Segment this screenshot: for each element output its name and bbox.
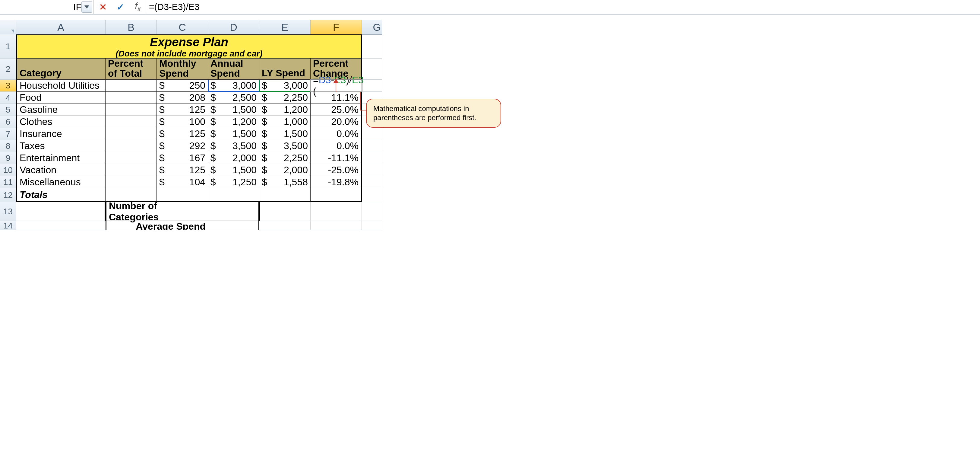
row-number[interactable]: 9 — [0, 152, 16, 164]
cell-category[interactable]: Miscellaneous — [16, 176, 105, 188]
cell-annual[interactable]: $2,000 — [208, 152, 259, 164]
cell-percent-total[interactable] — [105, 92, 157, 104]
cell-annual[interactable]: $1,200 — [208, 116, 259, 128]
row-number[interactable]: 7 — [0, 128, 16, 140]
row-number[interactable]: 11 — [0, 176, 16, 188]
cell-g[interactable] — [362, 176, 382, 188]
header-monthly[interactable]: Monthly Spend — [157, 59, 208, 80]
cell-g[interactable] — [362, 80, 382, 92]
row-number[interactable]: 6 — [0, 116, 16, 128]
cell-ly[interactable]: $3,000 — [259, 80, 310, 92]
row-number[interactable]: 14 — [0, 221, 16, 230]
cell-F12[interactable] — [310, 188, 362, 202]
cell-F13[interactable] — [310, 202, 362, 221]
cell-pct-change[interactable]: -19.8% — [310, 176, 362, 188]
cell-E14[interactable] — [259, 221, 310, 230]
cell-D14[interactable] — [208, 221, 259, 230]
select-all-corner[interactable] — [0, 20, 16, 35]
cell-category[interactable]: Clothes — [16, 116, 105, 128]
cell-G1[interactable] — [362, 34, 382, 59]
row-number[interactable]: 4 — [0, 92, 16, 104]
cell-monthly[interactable]: $208 — [157, 92, 208, 104]
cell-monthly[interactable]: $100 — [157, 116, 208, 128]
cell-category[interactable]: Household Utilities — [16, 80, 105, 92]
cell-G2[interactable] — [362, 59, 382, 80]
cell-pct-change[interactable]: -11.1% — [310, 152, 362, 164]
number-of-categories-label[interactable]: Number of Categories — [105, 202, 208, 221]
cell-ly[interactable]: $1,558 — [259, 176, 310, 188]
cell-g[interactable] — [362, 152, 382, 164]
cell-annual[interactable]: $2,500 — [208, 92, 259, 104]
cell-E12[interactable] — [259, 188, 310, 202]
header-percent-total[interactable]: Percent of Total — [105, 59, 157, 80]
cell-monthly[interactable]: $125 — [157, 104, 208, 116]
cell-percent-total[interactable] — [105, 152, 157, 164]
cell-monthly[interactable]: $292 — [157, 140, 208, 152]
enter-icon[interactable]: ✓ — [114, 2, 126, 13]
cell-g[interactable] — [362, 128, 382, 140]
cell-annual[interactable]: $3,500 — [208, 140, 259, 152]
cell-category[interactable]: Food — [16, 92, 105, 104]
cell-g[interactable] — [362, 140, 382, 152]
cell-ly[interactable]: $1,500 — [259, 128, 310, 140]
cell-category[interactable]: Taxes — [16, 140, 105, 152]
row-number[interactable]: 2 — [0, 59, 16, 80]
col-header-G[interactable]: G — [362, 20, 382, 35]
cell-A13[interactable] — [16, 202, 105, 221]
cell-annual[interactable]: $1,250 — [208, 176, 259, 188]
cell-category[interactable]: Gasoline — [16, 104, 105, 116]
cell-pct-change[interactable]: 0.0% — [310, 128, 362, 140]
cell-pct-change[interactable]: 0.0% — [310, 140, 362, 152]
cell-monthly[interactable]: $250 — [157, 80, 208, 92]
row-number[interactable]: 12 — [0, 188, 16, 202]
cell-D13[interactable] — [208, 202, 259, 221]
cell-ly[interactable]: $3,500 — [259, 140, 310, 152]
cell-monthly[interactable]: $125 — [157, 164, 208, 176]
row-number[interactable]: 8 — [0, 140, 16, 152]
totals-label[interactable]: Totals — [16, 188, 105, 202]
cell-percent-total[interactable] — [105, 80, 157, 92]
cell-pct-change[interactable]: 25.0% — [310, 104, 362, 116]
cell-monthly[interactable]: $104 — [157, 176, 208, 188]
row-number[interactable]: 10 — [0, 164, 16, 176]
col-header-C[interactable]: C — [157, 20, 208, 35]
cell-pct-change[interactable]: -25.0% — [310, 164, 362, 176]
cell-annual[interactable]: $1,500 — [208, 128, 259, 140]
cell-F14[interactable] — [310, 221, 362, 230]
cell-annual[interactable]: $1,500 — [208, 104, 259, 116]
cell-percent-total[interactable] — [105, 104, 157, 116]
cancel-icon[interactable]: ✕ — [97, 2, 109, 13]
col-header-D[interactable]: D — [208, 20, 259, 35]
cell-g[interactable] — [362, 164, 382, 176]
cell-ly[interactable]: $2,250 — [259, 92, 310, 104]
row-number[interactable]: 5 — [0, 104, 16, 116]
row-number[interactable]: 1 — [0, 34, 16, 59]
header-category[interactable]: Category — [16, 59, 105, 80]
cell-percent-total[interactable] — [105, 176, 157, 188]
header-ly[interactable]: LY Spend — [259, 59, 310, 80]
cell-D12[interactable] — [208, 188, 259, 202]
formula-input[interactable]: =(D3-E3)/E3 — [146, 0, 980, 14]
col-header-A[interactable]: A — [16, 20, 105, 35]
cell-category[interactable]: Entertainment — [16, 152, 105, 164]
col-header-F[interactable]: F — [310, 20, 362, 35]
cell-pct-change[interactable]: 11.1% — [310, 92, 362, 104]
title-cell[interactable]: Expense Plan (Does not include mortgage … — [16, 34, 362, 59]
cell-pct-change[interactable]: 20.0% — [310, 116, 362, 128]
cell-monthly[interactable]: $167 — [157, 152, 208, 164]
cell-G13[interactable] — [362, 202, 382, 221]
cell-percent-total[interactable] — [105, 116, 157, 128]
header-annual[interactable]: Annual Spend — [208, 59, 259, 80]
cell-monthly[interactable]: $125 — [157, 128, 208, 140]
fx-icon[interactable]: fx — [132, 1, 144, 13]
cell-E13[interactable] — [259, 202, 310, 221]
cell-ly[interactable]: $1,200 — [259, 104, 310, 116]
cell-A14[interactable] — [16, 221, 105, 230]
row-number[interactable]: 3 — [0, 80, 16, 92]
average-spend-label[interactable]: Average Spend — [105, 221, 208, 230]
col-header-E[interactable]: E — [259, 20, 310, 35]
cell-percent-total[interactable] — [105, 140, 157, 152]
name-box-dropdown[interactable] — [81, 1, 92, 13]
cell-G14[interactable] — [362, 221, 382, 230]
cell-percent-total[interactable] — [105, 128, 157, 140]
